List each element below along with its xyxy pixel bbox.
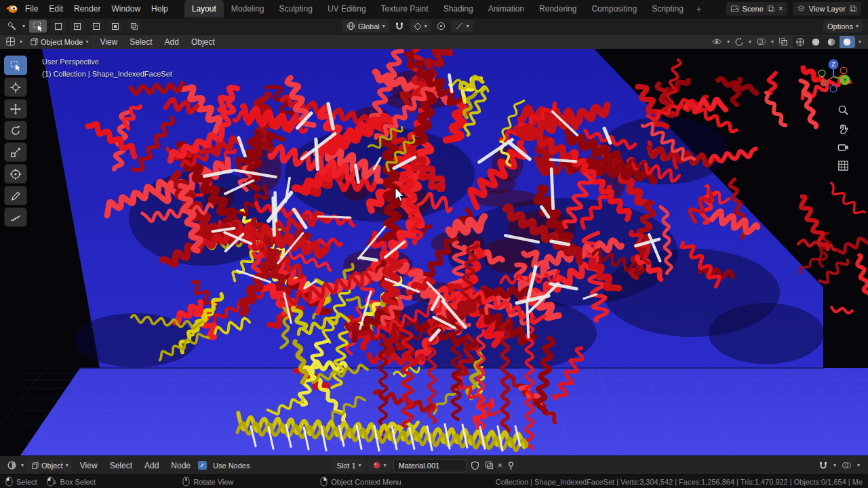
- shading-chevron-icon[interactable]: ▾: [859, 39, 861, 45]
- tool-move[interactable]: [4, 99, 27, 119]
- active-tool-box-select-chip[interactable]: [29, 20, 47, 33]
- tool-transform[interactable]: [4, 164, 27, 184]
- shader-editor-type-icon[interactable]: [5, 460, 18, 472]
- browse-material-dropdown[interactable]: ▾: [368, 459, 391, 472]
- hint-context-menu-label: Object Context Menu: [331, 478, 401, 486]
- menu-help[interactable]: Help: [146, 1, 174, 16]
- gizmo-minus-x-axis[interactable]: [840, 67, 847, 74]
- tool-measure[interactable]: [4, 207, 27, 227]
- shading-solid-button[interactable]: [808, 36, 824, 48]
- tab-uv-editing[interactable]: UV Editing: [320, 0, 374, 18]
- xray-toggle-icon[interactable]: [777, 36, 789, 48]
- camera-view-icon[interactable]: [837, 142, 849, 152]
- viewport-editor-type-icon[interactable]: [4, 36, 17, 48]
- viewport-editor-chevron-icon[interactable]: ▾: [20, 39, 22, 45]
- node-overlays-chevron-icon[interactable]: ▾: [857, 463, 860, 468]
- menu-render[interactable]: Render: [68, 1, 106, 16]
- pan-hand-icon[interactable]: [837, 123, 849, 135]
- copy-material-icon[interactable]: [484, 460, 495, 472]
- new-view-layer-icon[interactable]: [849, 5, 857, 13]
- pin-icon[interactable]: [505, 460, 517, 472]
- tab-sculpting[interactable]: Sculpting: [272, 0, 320, 18]
- tab-compositing[interactable]: Compositing: [584, 0, 644, 18]
- scene-selector[interactable]: Scene ×: [726, 2, 787, 16]
- tool-box-select[interactable]: [4, 56, 27, 75]
- tab-scripting[interactable]: Scripting: [644, 0, 691, 18]
- unlink-scene-icon[interactable]: ×: [778, 5, 783, 13]
- select-mode-new-icon[interactable]: [51, 20, 66, 33]
- tab-modeling[interactable]: Modeling: [224, 0, 272, 18]
- shading-material-button[interactable]: [824, 36, 840, 48]
- navigation-gizmo[interactable]: Z Y: [814, 57, 853, 96]
- proportional-edit-icon[interactable]: [435, 20, 447, 33]
- menu-window[interactable]: Window: [106, 1, 146, 16]
- mouse-left-drag-icon: [47, 476, 57, 487]
- tab-rendering[interactable]: Rendering: [532, 0, 584, 18]
- scale-icon: [9, 146, 22, 159]
- node-snap-magnet-icon[interactable]: [817, 460, 829, 472]
- viewport-menu-add[interactable]: Add: [160, 36, 184, 48]
- tool-cursor[interactable]: [4, 77, 27, 97]
- viewport-menu-view[interactable]: View: [95, 36, 122, 48]
- use-nodes-checkbox[interactable]: ✓: [198, 461, 207, 470]
- new-scene-icon[interactable]: [767, 5, 775, 13]
- blender-window: File Edit Render Window Help Layout Mode…: [0, 0, 868, 488]
- node-menu-add[interactable]: Add: [140, 459, 163, 472]
- select-mode-invert-icon[interactable]: [108, 20, 123, 33]
- mode-chevron-icon: ▾: [85, 39, 88, 45]
- viewport-menu-select[interactable]: Select: [125, 36, 157, 48]
- select-mode-intersect-icon[interactable]: [127, 20, 142, 33]
- snap-settings-dropdown[interactable]: ▾: [410, 20, 431, 33]
- tool-rotate[interactable]: [4, 121, 27, 140]
- node-menu-select[interactable]: Select: [105, 459, 137, 472]
- unlink-material-icon[interactable]: ×: [498, 462, 502, 470]
- select-mode-extend-icon[interactable]: [70, 20, 85, 33]
- node-overlays-icon[interactable]: [840, 460, 853, 472]
- tool-annotate[interactable]: [4, 186, 27, 205]
- visibility-eye-icon[interactable]: [710, 36, 724, 48]
- viewport-render[interactable]: [0, 49, 868, 455]
- material-name-field[interactable]: Material.001: [393, 459, 467, 472]
- tab-texture-paint[interactable]: Texture Paint: [374, 0, 436, 18]
- tab-shading[interactable]: Shading: [436, 0, 481, 18]
- shading-wireframe-button[interactable]: [793, 36, 808, 48]
- blender-logo-icon[interactable]: [4, 3, 20, 15]
- shader-editor-chevron-icon[interactable]: ▾: [21, 463, 24, 468]
- tab-layout[interactable]: Layout: [184, 0, 224, 18]
- overlays-chevron-icon[interactable]: ▾: [771, 39, 774, 45]
- snap-magnet-icon[interactable]: [393, 20, 406, 33]
- node-menu-view[interactable]: View: [75, 459, 102, 472]
- node-snap-chevron-icon[interactable]: ▾: [833, 463, 836, 468]
- gizmos-toggle-icon[interactable]: [733, 36, 745, 48]
- add-workspace-button[interactable]: +: [691, 0, 707, 18]
- overlays-toggle-icon[interactable]: [755, 36, 768, 48]
- tab-animation[interactable]: Animation: [481, 0, 532, 18]
- tool-scale[interactable]: [4, 142, 27, 162]
- menu-file[interactable]: File: [20, 1, 43, 16]
- shader-id-type-dropdown[interactable]: Object ▾: [26, 459, 73, 472]
- menu-edit[interactable]: Edit: [43, 1, 68, 16]
- zoom-icon[interactable]: [837, 104, 849, 116]
- select-mode-subtract-icon[interactable]: [89, 20, 104, 33]
- visibility-chevron-icon[interactable]: ▾: [727, 39, 730, 45]
- viewport-3d[interactable]: User Perspective (1) Collection | Shape_…: [0, 49, 868, 455]
- viewport-menu-object[interactable]: Object: [186, 36, 220, 48]
- material-slot-dropdown[interactable]: Slot 1 ▾: [332, 459, 365, 472]
- fake-user-shield-icon[interactable]: [469, 460, 481, 472]
- orientation-dropdown[interactable]: Global ▾: [342, 20, 389, 33]
- options-dropdown[interactable]: Options ▾: [823, 20, 863, 33]
- gizmo-x-axis[interactable]: [821, 79, 828, 87]
- options-label: Options: [827, 22, 853, 30]
- shading-rendered-button[interactable]: [840, 36, 855, 48]
- tool-settings-editor-icon[interactable]: [5, 20, 18, 33]
- mode-dropdown[interactable]: Object Mode ▾: [25, 35, 92, 48]
- hint-rotate-view-label: Rotate View: [193, 478, 233, 486]
- gizmo-minus-z-axis[interactable]: [830, 85, 837, 92]
- editor-chevron-icon[interactable]: ▾: [22, 24, 25, 29]
- gizmo-minus-y-axis[interactable]: [818, 70, 825, 77]
- falloff-dropdown[interactable]: ▾: [451, 20, 473, 33]
- view-layer-selector[interactable]: View Layer: [793, 2, 861, 16]
- gizmos-chevron-icon[interactable]: ▾: [749, 39, 751, 45]
- node-menu-node[interactable]: Node: [166, 459, 195, 472]
- toggle-ortho-icon[interactable]: [837, 160, 849, 171]
